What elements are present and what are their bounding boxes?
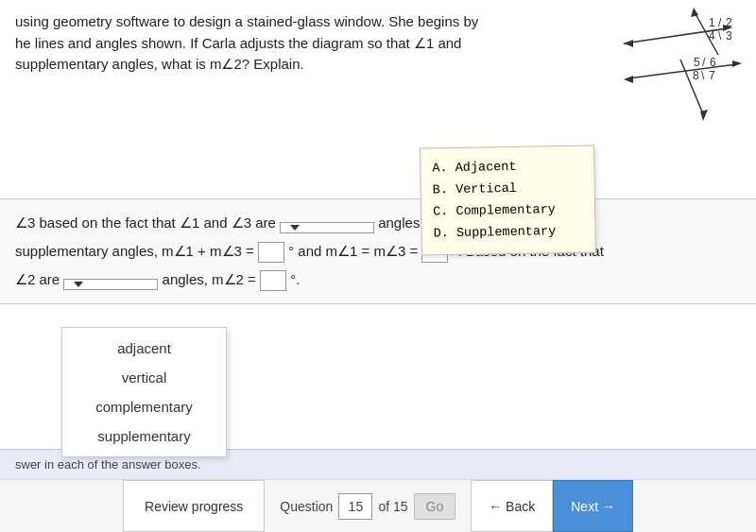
svg-marker-1 [624, 40, 633, 47]
svg-marker-4 [624, 76, 633, 83]
note-card: A. Adjacent B. Vertical C. Complementary… [420, 145, 596, 255]
svg-text:8: 8 [693, 69, 699, 82]
answer-prefix-1: ∠3 based on the fact that ∠1 and ∠3 are [15, 215, 276, 231]
input-box-1[interactable] [258, 242, 284, 263]
svg-text:3: 3 [726, 29, 732, 43]
review-progress-button[interactable]: Review progress [123, 480, 265, 532]
dropdown-option-supplementary[interactable]: supplementary [62, 421, 226, 451]
note-line2: B. Vertical [433, 178, 583, 202]
question-label: Question [280, 499, 333, 514]
svg-text:6: 6 [710, 56, 716, 69]
question-number-box[interactable]: 15 [338, 493, 372, 520]
dropdown-option-vertical[interactable]: vertical [62, 363, 226, 392]
svg-text:4: 4 [709, 29, 715, 43]
dropdown-option-adjacent[interactable]: adjacent [62, 334, 226, 363]
of-label: of 15 [378, 499, 407, 514]
dropdown1-arrow-icon [290, 225, 300, 231]
answer-line2-mid: ° and m∠1 = m∠3 = [288, 243, 418, 259]
answer-line3: ∠2 are angles, m∠2 = °. [15, 266, 741, 294]
svg-text:/: / [718, 16, 722, 29]
note-line3: C. Complementary [433, 198, 583, 223]
instruction-text: swer in each of the answer boxes. [15, 457, 201, 472]
note-line1: A. Adjacent [432, 156, 582, 180]
next-button[interactable]: Next → [553, 480, 633, 532]
note-line4: D. Supplementary [433, 220, 583, 245]
diagram-area: 1 / 2 4 \ 3 5 / 6 8 \ 7 [624, 8, 747, 121]
svg-text:1: 1 [709, 16, 715, 29]
answer-line2: supplementary angles, m∠1 + m∠3 = ° and … [15, 237, 741, 266]
answer-area: ∠3 based on the fact that ∠1 and ∠3 are … [0, 198, 756, 304]
answer-line3-end: °. [290, 271, 300, 287]
answer-prefix-3: ∠2 are [15, 271, 60, 287]
svg-text:\: \ [701, 69, 705, 82]
answer-suffix-3: angles, m∠2 = [163, 271, 256, 287]
svg-text:/: / [702, 56, 706, 69]
svg-line-8 [680, 60, 704, 116]
svg-marker-9 [700, 110, 708, 121]
go-button[interactable]: Go [414, 493, 456, 520]
input-box-3[interactable] [260, 270, 286, 291]
svg-text:7: 7 [709, 69, 715, 82]
svg-text:2: 2 [726, 16, 732, 29]
dropdown1[interactable] [280, 222, 374, 233]
bottom-toolbar: Review progress Question 15 of 15 Go ← B… [0, 479, 756, 532]
angle-diagram: 1 / 2 4 \ 3 5 / 6 8 \ 7 [624, 8, 747, 121]
question-area: Question 15 of 15 Go [265, 480, 471, 532]
dropdown-menu[interactable]: adjacent vertical complementary suppleme… [61, 327, 227, 457]
svg-text:5: 5 [694, 56, 700, 69]
answer-line1: ∠3 based on the fact that ∠1 and ∠3 are … [15, 209, 741, 237]
dropdown2-arrow-icon [74, 282, 83, 287]
back-button[interactable]: ← Back [471, 480, 553, 532]
question-number: 15 [349, 499, 364, 514]
svg-marker-5 [732, 60, 742, 67]
answer-line2-text: supplementary angles, m∠1 + m∠3 = [15, 243, 254, 259]
dropdown2[interactable] [63, 279, 158, 290]
svg-text:\: \ [718, 29, 722, 43]
dropdown-option-complementary[interactable]: complementary [62, 392, 226, 421]
